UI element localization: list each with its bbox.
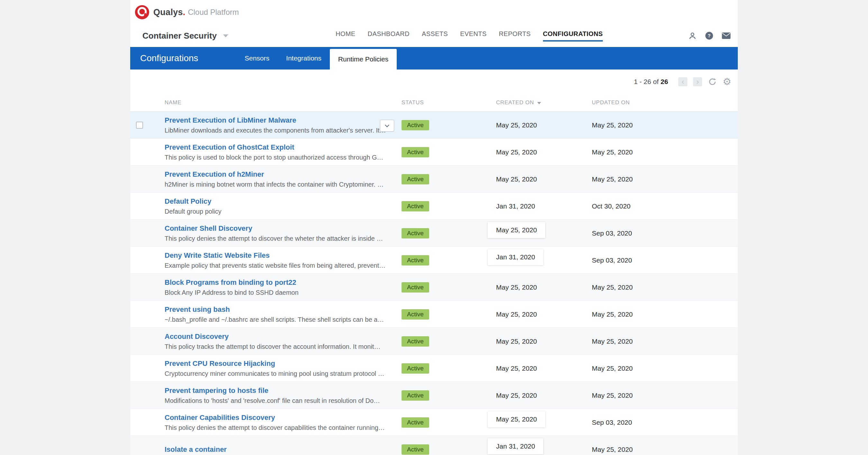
row-created-cell: May 25, 2020 (496, 338, 592, 345)
pagination-range: 1 - 26 of (634, 78, 659, 85)
help-icon[interactable]: ? (705, 31, 713, 40)
row-actions-dropdown[interactable] (380, 120, 394, 132)
status-badge: Active (402, 282, 429, 292)
policy-name-link[interactable]: Prevent CPU Resource Hijacking (164, 360, 398, 368)
created-on-value: May 25, 2020 (488, 222, 545, 238)
user-icon[interactable] (688, 31, 696, 40)
table-row[interactable]: Block Programs from binding to port22 Bl… (130, 274, 738, 301)
policy-name-link[interactable]: Default Policy (164, 197, 398, 206)
column-header-updated-on[interactable]: UPDATED ON (592, 99, 738, 106)
table-row[interactable]: Account Discovery This policy tracks the… (130, 328, 738, 355)
page-title: Configurations (140, 53, 198, 63)
status-badge: Active (402, 174, 429, 184)
row-created-cell: May 25, 2020 (496, 148, 592, 156)
nav-item-home[interactable]: HOME (336, 30, 355, 41)
row-name-cell: Prevent Execution of h2Miner h2Miner is … (164, 170, 402, 188)
table-row[interactable]: Deny Write Static Website Files Example … (130, 247, 738, 274)
status-badge: Active (402, 228, 429, 238)
table-row[interactable]: Container Shell Discovery This policy de… (130, 220, 738, 247)
page: Qualys. Cloud Platform Container Securit… (0, 0, 868, 455)
banner-tabs: SensorsIntegrationsRuntime Policies (236, 47, 397, 69)
row-status-cell: Active (402, 228, 496, 238)
policy-description: This policy denies the attempt to discov… (164, 234, 398, 242)
svg-text:?: ? (708, 33, 711, 38)
table-row[interactable]: Default Policy Default group policy Acti… (130, 193, 738, 220)
row-checkbox[interactable] (136, 122, 143, 129)
policy-name-link[interactable]: Prevent Execution of h2Miner (164, 170, 398, 178)
mail-icon[interactable] (722, 32, 731, 39)
table-row[interactable]: Prevent Execution of GhostCat Exploit Th… (130, 139, 738, 166)
policy-name-link[interactable]: Account Discovery (164, 333, 398, 341)
status-badge: Active (402, 390, 429, 401)
policy-name-link[interactable]: Prevent using bash (164, 305, 398, 314)
created-on-value: May 25, 2020 (496, 175, 537, 183)
policy-name-link[interactable]: Prevent Execution of LibMiner Malware (164, 116, 398, 124)
row-name-cell: Deny Write Static Website Files Example … (164, 251, 402, 269)
tab-sensors[interactable]: Sensors (236, 47, 278, 69)
table-row[interactable]: Prevent using bash ~/.bash_profile and ~… (130, 301, 738, 328)
row-status-cell: Active (402, 255, 496, 265)
row-name-cell: Account Discovery This policy tracks the… (164, 333, 402, 350)
refresh-icon[interactable] (708, 77, 717, 86)
row-updated-cell: May 25, 2020 (592, 148, 738, 156)
column-header-created-on[interactable]: CREATED ON (496, 99, 592, 106)
prev-page-button[interactable]: ‹ (678, 77, 687, 86)
column-header-status[interactable]: STATUS (402, 99, 496, 106)
settings-gear-icon[interactable]: ⚙ (723, 77, 732, 87)
nav-item-assets[interactable]: ASSETS (422, 30, 448, 41)
policy-description: Cryptocurrency miner communicates to min… (164, 370, 398, 377)
app-shell: Qualys. Cloud Platform Container Securit… (130, 0, 738, 455)
row-created-cell: Jan 31, 2020 (496, 442, 592, 455)
row-created-cell: May 25, 2020 (496, 392, 592, 399)
table-row[interactable]: Prevent CPU Resource Hijacking Cryptocur… (130, 355, 738, 382)
policy-name-link[interactable]: Block Programs from binding to port22 (164, 278, 398, 287)
row-created-cell: May 25, 2020 (496, 225, 592, 241)
tab-runtime-policies[interactable]: Runtime Policies (330, 49, 397, 69)
next-page-button[interactable]: › (693, 77, 702, 86)
row-name-cell: Prevent using bash ~/.bash_profile and ~… (164, 305, 402, 323)
row-name-cell: Block Programs from binding to port22 Bl… (164, 278, 402, 296)
created-on-value: Jan 31, 2020 (496, 202, 535, 210)
policy-name-link[interactable]: Prevent tampering to hosts file (164, 387, 398, 395)
table-row[interactable]: Prevent tampering to hosts file Modifica… (130, 382, 738, 409)
status-badge: Active (402, 336, 429, 346)
updated-on-value: May 25, 2020 (592, 338, 633, 345)
table-row[interactable]: Prevent Execution of LibMiner Malware Li… (130, 112, 738, 139)
row-name-cell: Prevent tampering to hosts file Modifica… (164, 387, 402, 404)
created-on-value: May 25, 2020 (496, 338, 537, 345)
header-icons: ? (688, 25, 731, 47)
configurations-banner: Configurations SensorsIntegrationsRuntim… (130, 47, 738, 69)
policy-name-link[interactable]: Prevent Execution of GhostCat Exploit (164, 143, 398, 151)
table-rows: Prevent Execution of LibMiner Malware Li… (130, 112, 738, 455)
created-on-value: May 25, 2020 (496, 311, 537, 318)
row-updated-cell: May 25, 2020 (592, 175, 738, 183)
created-on-value: May 25, 2020 (488, 411, 545, 427)
policy-name-link[interactable]: Isolate a container (164, 445, 398, 454)
created-on-value: May 25, 2020 (496, 392, 537, 399)
table-row[interactable]: Container Capabilities Discovery This po… (130, 409, 738, 436)
row-name-cell: Isolate a container (164, 445, 402, 454)
table-row[interactable]: Prevent Execution of h2Miner h2Miner is … (130, 166, 738, 193)
nav-item-reports[interactable]: REPORTS (499, 30, 531, 41)
row-status-cell: Active (402, 282, 496, 292)
row-updated-cell: May 25, 2020 (592, 121, 738, 129)
brand-row: Qualys. Cloud Platform (130, 0, 738, 25)
policy-name-link[interactable]: Container Shell Discovery (164, 224, 398, 233)
nav-item-dashboard[interactable]: DASHBOARD (368, 30, 409, 41)
policy-name-link[interactable]: Container Capabilities Discovery (164, 414, 398, 422)
module-picker[interactable]: Container Security (143, 31, 228, 41)
policy-description: Example policy that prevents static webs… (164, 262, 398, 269)
nav-item-configurations[interactable]: CONFIGURATIONS (543, 30, 603, 41)
row-updated-cell: May 25, 2020 (592, 311, 738, 318)
row-created-cell: May 25, 2020 (496, 365, 592, 372)
row-status-cell: Active (402, 445, 496, 455)
row-created-cell: May 25, 2020 (496, 175, 592, 183)
nav-item-events[interactable]: EVENTS (460, 30, 487, 41)
updated-on-value: Sep 03, 2020 (592, 256, 632, 264)
tab-integrations[interactable]: Integrations (278, 47, 330, 69)
table-header: NAME STATUS CREATED ON UPDATED ON (130, 94, 738, 112)
created-on-value: May 25, 2020 (496, 148, 537, 156)
column-header-name[interactable]: NAME (164, 99, 402, 106)
policy-name-link[interactable]: Deny Write Static Website Files (164, 251, 398, 260)
table-row[interactable]: Isolate a container Active Jan 31, 2020 … (130, 436, 738, 455)
